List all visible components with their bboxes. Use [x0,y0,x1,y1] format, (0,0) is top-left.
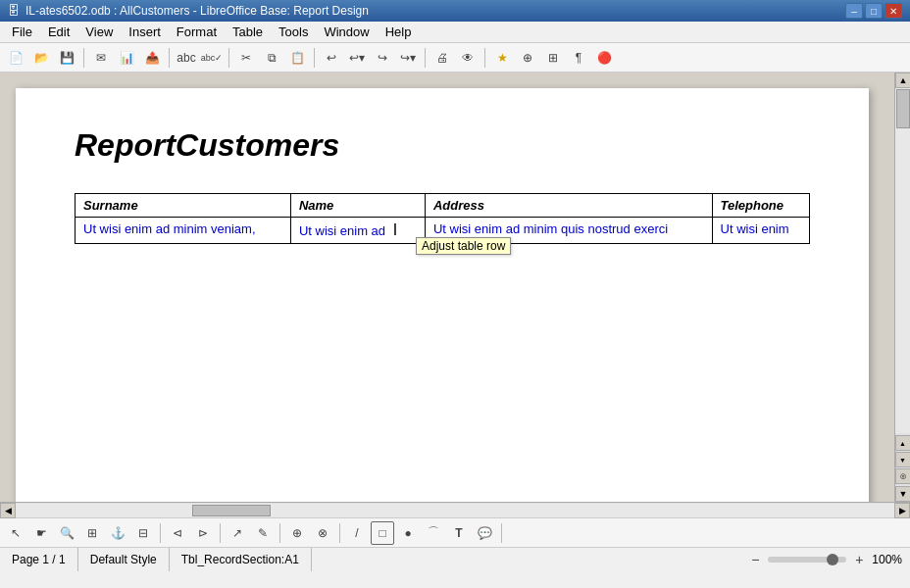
menu-help[interactable]: Help [378,23,420,41]
minimize-button[interactable]: – [845,3,863,19]
scroll-btn-1[interactable]: ▲ [895,435,911,451]
title-bar-label: IL-ates6502.odb : AllCustomers - LibreOf… [25,4,369,18]
status-right: − + 100% [746,551,902,568]
draw-sep-3 [279,523,280,543]
title-bar: 🗄 IL-ates6502.odb : AllCustomers - Libre… [0,0,910,22]
draw-line[interactable]: / [345,521,369,545]
zoom-level: 100% [872,553,902,566]
col-header-address: Address [425,194,712,218]
maximize-button[interactable]: □ [865,3,883,19]
draw-sep-4 [339,523,340,543]
scroll-right-button[interactable]: ▶ [894,503,910,518]
menu-edit[interactable]: Edit [40,23,77,41]
copy-button[interactable]: ⧉ [260,46,283,70]
title-bar-text: 🗄 IL-ates6502.odb : AllCustomers - Libre… [8,4,369,18]
save-button[interactable]: 💾 [55,46,78,70]
col-header-telephone: Telephone [712,194,809,218]
title-bar-controls[interactable]: – □ ✕ [845,3,902,19]
save-icon: 💾 [60,51,75,65]
app-icon: 🗄 [8,4,20,18]
text-cursor: I [393,221,397,239]
scroll-down-button[interactable]: ▼ [895,486,910,502]
redo-dropdown[interactable]: ↪▾ [396,46,420,70]
col-header-name: Name [290,194,425,218]
menu-tools[interactable]: Tools [271,23,316,41]
close-button[interactable]: ✕ [885,3,902,19]
open-icon: 📂 [34,51,49,65]
draw-anchor[interactable]: ⚓ [106,521,129,545]
menu-bar: File Edit View Insert Format Table Tools… [0,22,910,43]
copy2-button[interactable]: ⊕ [516,46,539,70]
status-section: Tbl_RecordSection:A1 [170,548,312,571]
paste-button[interactable]: 📋 [285,46,309,70]
h-scroll-thumb[interactable] [192,505,271,516]
cell-address: Ut wisi enim ad minim quis nostrud exerc… [425,218,712,244]
toolbar: 📄 📂 💾 ✉ 📊 📤 abc abc✓ ✂ ⧉ 📋 ↩ ↩▾ ↪ ↪▾ 🖨 👁… [0,43,910,73]
toolbar-separator-6 [484,48,485,68]
scroll-track[interactable] [895,88,910,433]
undo-dropdown[interactable]: ↩▾ [345,46,369,70]
spellcheck2-button[interactable]: abc✓ [200,46,224,70]
menu-table[interactable]: Table [225,23,271,41]
status-style: Default Style [78,548,170,571]
draw-rect[interactable]: □ [371,521,394,545]
menu-window[interactable]: Window [316,23,377,41]
toolbar-separator-3 [228,48,229,68]
menu-file[interactable]: File [4,23,40,41]
marks-button[interactable]: ¶ [567,46,590,70]
draw-btn1[interactable]: ⊕ [285,521,309,545]
table-row: Ut wisi enim ad minim veniam, Ut wisi en… [76,218,810,244]
new-button[interactable]: 📄 [4,46,27,70]
draw-balloon[interactable]: 💬 [473,521,496,545]
draw-btn2[interactable]: ⊗ [311,521,334,545]
toolbar-separator-1 [83,48,84,68]
scroll-thumb[interactable] [896,89,910,128]
menu-insert[interactable]: Insert [121,23,169,41]
h-scroll-track[interactable] [16,504,894,517]
draw-prev[interactable]: ⊲ [166,521,189,545]
pdf-button[interactable]: 📊 [115,46,138,70]
draw-hand[interactable]: ☛ [29,521,53,545]
document: ReportCustomers Surname Name Address Tel… [16,88,869,502]
draw-zoom[interactable]: 🔍 [55,521,78,545]
draw-circle[interactable]: ● [396,521,420,545]
scroll-btn-3[interactable]: ◎ [895,468,911,484]
draw-table[interactable]: ⊞ [80,521,104,545]
redo-button[interactable]: ↪ [371,46,394,70]
export-button[interactable]: 📤 [140,46,164,70]
vertical-scrollbar[interactable]: ▲ ▲ ▼ ◎ ▼ [894,73,910,502]
print-button[interactable]: 🖨 [430,46,454,70]
scroll-left-button[interactable]: ◀ [0,503,16,518]
draw-field[interactable]: ⊟ [131,521,155,545]
cell-name[interactable]: Ut wisi enim ad I [290,218,425,244]
draw-next[interactable]: ⊳ [191,521,215,545]
draw-curve[interactable]: ⌒ [422,521,445,545]
draw-cursor[interactable]: ↗ [226,521,249,545]
help2-button[interactable]: 🔴 [592,46,616,70]
horizontal-scrollbar[interactable]: ◀ ▶ [0,502,910,517]
menu-format[interactable]: Format [169,23,225,41]
zoom-thumb[interactable] [827,554,838,565]
draw-sep-5 [501,523,502,543]
table-header-row: Surname Name Address Telephone [76,194,810,218]
spellcheck-button[interactable]: abc [175,46,198,70]
draw-toolbar: ↖ ☛ 🔍 ⊞ ⚓ ⊟ ⊲ ⊳ ↗ ✎ ⊕ ⊗ / □ ● ⌒ T 💬 [0,517,910,547]
draw-edit[interactable]: ✎ [251,521,275,545]
zoom-in-button[interactable]: + [850,551,868,568]
scroll-btn-2[interactable]: ▼ [895,452,911,467]
preview-button[interactable]: 👁 [456,46,480,70]
zoom-slider[interactable] [768,557,846,563]
draw-select[interactable]: ↖ [4,521,27,545]
undo-button[interactable]: ↩ [320,46,343,70]
cut-button[interactable]: ✂ [234,46,258,70]
scroll-up-button[interactable]: ▲ [895,73,910,88]
cell-surname: Ut wisi enim ad minim veniam, [76,218,291,244]
draw-text[interactable]: T [447,521,471,545]
open-button[interactable]: 📂 [29,46,53,70]
nav-button[interactable]: ⊞ [541,46,565,70]
menu-view[interactable]: View [77,23,121,41]
star-button[interactable]: ★ [490,46,514,70]
zoom-out-button[interactable]: − [746,551,764,568]
canvas-area[interactable]: ReportCustomers Surname Name Address Tel… [0,73,894,502]
email-button[interactable]: ✉ [89,46,113,70]
